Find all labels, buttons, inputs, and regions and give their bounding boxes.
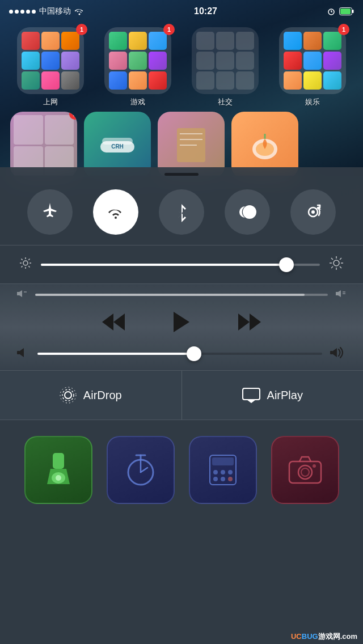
svg-rect-50	[330, 351, 333, 354]
wifi-button[interactable]	[93, 189, 138, 235]
wifi-status-icon	[74, 7, 85, 15]
battery-icon	[339, 7, 354, 15]
brightness-section	[0, 245, 363, 283]
svg-rect-39	[17, 292, 19, 295]
airplay-icon	[242, 387, 260, 403]
bluetooth-icon	[171, 202, 192, 222]
svg-point-30	[334, 260, 339, 266]
speaker-icon	[17, 346, 29, 359]
svg-point-75	[301, 468, 309, 476]
play-icon	[171, 311, 192, 333]
progress-slider[interactable]	[35, 294, 328, 296]
calculator-button[interactable]	[189, 436, 257, 504]
folder-shangwang[interactable]: 1 上网	[10, 27, 91, 107]
carrier-label: 中国移动	[39, 6, 71, 16]
folder-yule[interactable]: 1 娱乐	[272, 27, 353, 107]
svg-line-62	[141, 468, 147, 472]
flashlight-icon	[44, 453, 73, 487]
svg-marker-46	[174, 312, 189, 332]
camera-button[interactable]	[271, 436, 339, 504]
do-not-disturb-button[interactable]	[225, 189, 270, 235]
moon-icon	[237, 202, 258, 222]
toggle-row	[0, 179, 363, 245]
svg-point-21	[23, 261, 28, 265]
airdrop-button[interactable]: AirDrop	[0, 371, 182, 420]
label-yule: 娱乐	[305, 97, 320, 107]
svg-line-38	[331, 266, 333, 268]
airplay-button[interactable]: AirPlay	[182, 371, 364, 420]
progress-row	[0, 290, 363, 299]
clock: 10:27	[194, 6, 217, 16]
rewind-button[interactable]	[101, 312, 126, 333]
brightness-slider[interactable]	[41, 264, 320, 266]
svg-rect-73	[289, 461, 321, 483]
svg-rect-49	[17, 351, 20, 354]
calculator-icon	[208, 453, 238, 487]
folder-shejiao[interactable]: 社交	[185, 27, 265, 107]
svg-rect-66	[212, 457, 234, 465]
app-contacts[interactable]: 2	[10, 112, 77, 176]
music-section	[0, 284, 363, 370]
status-bar: 中国移动 10:27	[0, 0, 363, 23]
signal-dots	[9, 10, 36, 14]
speaker-dash-right-icon	[336, 290, 346, 298]
svg-marker-47	[238, 313, 250, 331]
flashlight-button[interactable]	[24, 436, 92, 504]
timer-icon	[124, 453, 158, 487]
volume-max-icon	[330, 346, 346, 361]
svg-point-72	[228, 477, 233, 481]
app-row2: 2 CRH	[0, 112, 363, 176]
svg-point-74	[298, 465, 312, 479]
rotation-lock-icon	[303, 202, 323, 222]
svg-marker-45	[113, 313, 125, 331]
camera-icon	[288, 455, 322, 485]
control-center: AirDrop AirPlay	[0, 167, 363, 644]
airplane-mode-button[interactable]	[27, 189, 73, 235]
airplay-label: AirPlay	[267, 389, 303, 402]
timer-button[interactable]	[107, 436, 175, 504]
airdrop-label: AirDrop	[83, 389, 122, 402]
airplane-icon	[40, 202, 60, 222]
volume-slider[interactable]	[37, 353, 322, 355]
brightness-high-icon	[329, 256, 344, 273]
watermark-uc: UC	[291, 632, 302, 641]
svg-line-29	[22, 266, 23, 267]
folder-icon-shejiao	[192, 27, 259, 94]
badge-yule: 1	[338, 24, 349, 35]
svg-point-69	[228, 470, 233, 474]
shell-icon	[245, 125, 285, 165]
alarm-icon	[327, 7, 336, 16]
fast-forward-icon	[237, 312, 262, 332]
watermark: UCBUG游戏网.com	[291, 632, 357, 642]
svg-line-36	[340, 266, 341, 268]
bluetooth-button[interactable]	[159, 189, 204, 235]
fast-forward-button[interactable]	[237, 312, 262, 333]
folder-youxi[interactable]: 1 游戏	[98, 27, 178, 107]
svg-line-37	[340, 258, 341, 260]
svg-text:CRH: CRH	[111, 143, 124, 150]
svg-line-28	[28, 259, 29, 260]
book-icon	[174, 125, 208, 165]
svg-point-59	[56, 475, 61, 481]
volume-max-small-icon	[336, 290, 346, 299]
brightness-low-icon	[19, 257, 32, 272]
svg-point-71	[221, 477, 225, 481]
rotation-lock-button[interactable]	[290, 189, 336, 235]
svg-line-26	[22, 259, 23, 260]
svg-point-70	[213, 477, 218, 481]
app-shell[interactable]	[231, 112, 298, 176]
sun-small-icon	[19, 257, 32, 269]
pull-handle[interactable]	[0, 167, 363, 179]
media-controls	[0, 311, 363, 335]
watermark-domain: .com	[340, 632, 357, 641]
play-button[interactable]	[171, 311, 192, 335]
app-crh[interactable]: CRH	[84, 112, 151, 176]
crh-icon: CRH	[98, 125, 137, 165]
speaker-full-icon	[330, 346, 346, 359]
volume-mute-icon	[17, 346, 29, 361]
app-book[interactable]	[158, 112, 225, 176]
svg-line-27	[28, 266, 29, 267]
handle-bar	[164, 173, 199, 176]
home-screen: 中国移动 10:27	[0, 0, 363, 176]
svg-rect-56	[53, 453, 64, 469]
